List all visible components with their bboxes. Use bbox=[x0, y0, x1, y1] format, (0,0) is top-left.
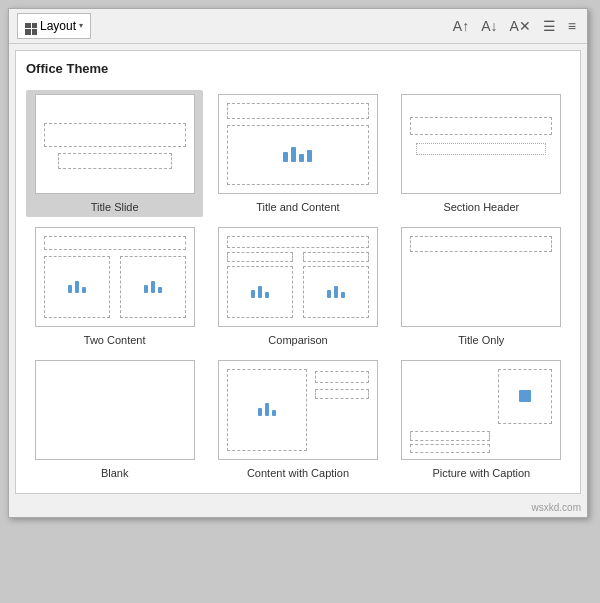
preview-box bbox=[58, 153, 172, 169]
content-icon-right bbox=[304, 267, 368, 317]
layout-item-title-slide[interactable]: Title Slide bbox=[26, 90, 203, 217]
preview-box bbox=[303, 266, 369, 318]
preview-box bbox=[410, 431, 490, 441]
layout-label-two-content: Two Content bbox=[84, 334, 146, 346]
preview-picture-caption bbox=[401, 360, 561, 460]
preview-two-content bbox=[35, 227, 195, 327]
preview-box bbox=[227, 369, 307, 451]
toolbar: Layout ▾ A↑ A↓ A✕ ☰ ≡ bbox=[9, 9, 587, 44]
layout-label-content-caption: Content with Caption bbox=[247, 467, 349, 479]
preview-box bbox=[410, 236, 552, 252]
preview-box bbox=[315, 371, 369, 383]
layout-panel: Layout ▾ A↑ A↓ A✕ ☰ ≡ Office Theme Title… bbox=[8, 8, 588, 518]
preview-title-content bbox=[218, 94, 378, 194]
numbering-icon[interactable]: ≡ bbox=[565, 16, 579, 36]
layout-item-title-content[interactable]: Title and Content bbox=[209, 90, 386, 217]
layout-label-title-slide: Title Slide bbox=[91, 201, 139, 213]
preview-box bbox=[416, 143, 546, 155]
img-placeholder-icon bbox=[519, 390, 531, 402]
preview-title-only bbox=[401, 227, 561, 327]
layout-item-content-caption[interactable]: Content with Caption bbox=[209, 356, 386, 483]
mini-chart-icon bbox=[144, 281, 162, 293]
preview-box bbox=[315, 389, 369, 399]
preview-title-slide bbox=[35, 94, 195, 194]
layout-label-picture-caption: Picture with Caption bbox=[432, 467, 530, 479]
bullets-icon[interactable]: ☰ bbox=[540, 16, 559, 36]
layout-label-comparison: Comparison bbox=[268, 334, 327, 346]
preview-box bbox=[410, 117, 552, 135]
office-theme-panel: Office Theme Title Slide bbox=[15, 50, 581, 494]
font-larger-icon[interactable]: A↑ bbox=[450, 16, 472, 36]
preview-box bbox=[410, 444, 490, 453]
layout-item-section-header[interactable]: Section Header bbox=[393, 90, 570, 217]
layout-label: Layout bbox=[40, 19, 76, 33]
mini-chart-icon bbox=[251, 286, 269, 298]
preview-box bbox=[227, 125, 369, 185]
layout-label-section-header: Section Header bbox=[443, 201, 519, 213]
layout-item-comparison[interactable]: Comparison bbox=[209, 223, 386, 350]
preview-content-caption bbox=[218, 360, 378, 460]
layout-grid-icon bbox=[25, 17, 37, 35]
preview-box bbox=[303, 252, 369, 262]
preview-box bbox=[498, 369, 552, 424]
preview-box bbox=[44, 256, 110, 318]
mini-chart-icon bbox=[327, 286, 345, 298]
preview-box bbox=[227, 266, 293, 318]
content-icon-left bbox=[45, 257, 109, 317]
dropdown-arrow-icon: ▾ bbox=[79, 21, 83, 30]
content-icon-left bbox=[228, 267, 292, 317]
preview-box bbox=[44, 123, 186, 147]
mini-chart-icon bbox=[258, 403, 276, 416]
layouts-grid: Title Slide bbox=[26, 90, 570, 483]
preview-section-header bbox=[401, 94, 561, 194]
picture-icon bbox=[499, 370, 551, 423]
watermark: wsxkd.com bbox=[9, 500, 587, 517]
layout-item-two-content[interactable]: Two Content bbox=[26, 223, 203, 350]
preview-box bbox=[227, 236, 369, 248]
mini-chart-icon bbox=[68, 281, 86, 293]
toolbar-right-icons: A↑ A↓ A✕ ☰ ≡ bbox=[450, 16, 579, 36]
preview-box bbox=[44, 236, 186, 250]
layout-label-title-content: Title and Content bbox=[256, 201, 339, 213]
preview-box bbox=[120, 256, 186, 318]
font-smaller-icon[interactable]: A↓ bbox=[478, 16, 500, 36]
preview-box bbox=[227, 252, 293, 262]
preview-comparison bbox=[218, 227, 378, 327]
panel-title: Office Theme bbox=[26, 61, 570, 80]
content-icon bbox=[228, 126, 368, 184]
layout-item-blank[interactable]: Blank bbox=[26, 356, 203, 483]
mini-chart-icon bbox=[283, 147, 312, 162]
preview-box bbox=[227, 103, 369, 119]
layout-label-blank: Blank bbox=[101, 467, 129, 479]
layout-label-title-only: Title Only bbox=[458, 334, 504, 346]
content-icon-right bbox=[121, 257, 185, 317]
layout-button[interactable]: Layout ▾ bbox=[17, 13, 91, 39]
layout-item-title-only[interactable]: Title Only bbox=[393, 223, 570, 350]
clear-format-icon[interactable]: A✕ bbox=[506, 16, 533, 36]
preview-blank bbox=[35, 360, 195, 460]
content-icon-main bbox=[228, 370, 306, 450]
layout-item-picture-caption[interactable]: Picture with Caption bbox=[393, 356, 570, 483]
